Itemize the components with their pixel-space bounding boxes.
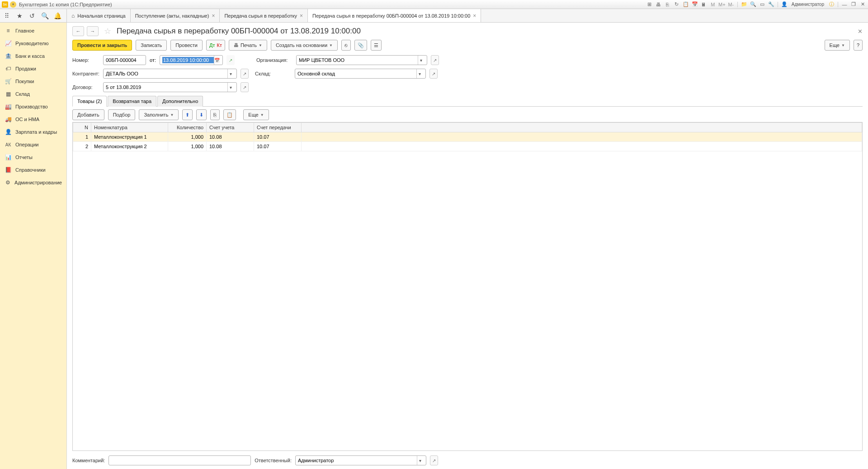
create-based-button[interactable]: Создать на основании▼ xyxy=(271,40,338,51)
tab-transfer-doc[interactable]: Передача сырья в переработку 00БП-000004… xyxy=(308,9,481,22)
table-row[interactable]: 2 Металлоконструкция 2 1,000 10.08 10.07 xyxy=(73,142,862,151)
tools-icon[interactable]: 🔧 xyxy=(768,1,775,8)
forward-button[interactable]: → xyxy=(87,26,99,36)
dropdown-icon[interactable]: ▾ xyxy=(417,456,424,465)
open-contract-button[interactable]: ↗ xyxy=(241,82,249,92)
table-row[interactable]: 1 Металлоконструкция 1 1,000 10.08 10.07 xyxy=(73,132,862,142)
attach-button[interactable]: 📎 xyxy=(354,40,367,51)
sidebar-item-main[interactable]: ≡Главное xyxy=(0,24,66,37)
notifications-icon[interactable]: 🔔 xyxy=(53,12,61,20)
header-transfer-account[interactable]: Счет передачи xyxy=(254,123,302,132)
history-icon[interactable]: ↺ xyxy=(28,12,36,20)
user-label[interactable]: Администратор xyxy=(792,2,824,7)
open-org-button[interactable]: ↗ xyxy=(431,55,439,65)
fill-button[interactable]: Заполнить▼ xyxy=(139,109,179,120)
tab-label: Поступление (акты, накладные) xyxy=(135,13,209,19)
close-icon[interactable]: × xyxy=(473,13,476,19)
info-icon[interactable]: ⓘ xyxy=(828,1,835,8)
calendar-icon[interactable]: 📅 xyxy=(691,1,698,8)
paste-button[interactable]: 📋 xyxy=(223,109,236,120)
sidebar-item-admin[interactable]: ⚙Администрирование xyxy=(0,176,66,189)
folder-icon[interactable]: 📁 xyxy=(741,1,748,8)
help-button[interactable]: ? xyxy=(854,40,863,51)
structure-button[interactable]: ⎋ xyxy=(341,40,351,51)
sidebar-item-warehouse[interactable]: ▦Склад xyxy=(0,88,66,100)
tab-additional[interactable]: Дополнительно xyxy=(157,96,203,107)
move-up-button[interactable]: ⬆ xyxy=(182,109,193,120)
zoom-icon[interactable]: 🔍 xyxy=(750,1,757,8)
grid-icon[interactable]: ⊞ xyxy=(646,1,653,8)
calc-icon[interactable]: 🖩 xyxy=(700,1,708,8)
sidebar-item-reports[interactable]: 📊Отчеты xyxy=(0,151,66,164)
close-icon[interactable]: × xyxy=(300,13,303,19)
sidebar-item-assets[interactable]: 🚚ОС и НМА xyxy=(0,113,66,126)
open-contractor-button[interactable]: ↗ xyxy=(241,69,249,79)
sidebar-item-production[interactable]: 🏭Производство xyxy=(0,100,66,113)
list-button[interactable]: ☰ xyxy=(371,40,382,51)
dropdown-icon[interactable]: ▾ xyxy=(227,83,234,92)
post-close-button[interactable]: Провести и закрыть xyxy=(72,40,132,51)
move-down-button[interactable]: ⬇ xyxy=(196,109,207,120)
post-button[interactable]: Провести xyxy=(170,40,203,51)
app-menu-icon[interactable]: ▾ xyxy=(10,1,16,8)
maximize-icon[interactable]: ❐ xyxy=(850,1,857,8)
header-n[interactable]: N xyxy=(73,123,91,132)
open-warehouse-button[interactable]: ↗ xyxy=(429,69,438,79)
star-icon[interactable]: ☆ xyxy=(104,26,111,36)
back-button[interactable]: ← xyxy=(72,26,84,36)
search-icon[interactable]: 🔍 xyxy=(41,12,49,20)
clipboard-icon[interactable]: 📋 xyxy=(682,1,689,8)
sidebar-item-manager[interactable]: 📈Руководителю xyxy=(0,37,66,50)
minimize-icon[interactable]: — xyxy=(841,1,848,8)
sidebar-item-catalogs[interactable]: 📕Справочники xyxy=(0,164,66,176)
sidebar-item-hr[interactable]: 👤Зарплата и кадры xyxy=(0,126,66,138)
production-icon: 🏭 xyxy=(5,103,12,110)
select-button[interactable]: Подбор xyxy=(108,109,136,120)
sidebar-item-bank[interactable]: 🏦Банк и касса xyxy=(0,50,66,62)
tab-returnable[interactable]: Возвратная тара xyxy=(108,96,156,107)
close-page-icon[interactable]: ✕ xyxy=(858,28,863,35)
apps-icon[interactable]: ⠿ xyxy=(3,12,11,20)
refresh-icon[interactable]: ↻ xyxy=(673,1,680,8)
print-icon[interactable]: 🖶 xyxy=(655,1,662,8)
more-button[interactable]: Еще▼ xyxy=(825,40,850,51)
save-button[interactable]: Записать xyxy=(136,40,167,51)
panel-icon[interactable]: ▭ xyxy=(759,1,766,8)
sidebar-item-sales[interactable]: 🏷Продажи xyxy=(0,62,66,75)
contract-field[interactable]: ▾ xyxy=(103,82,237,92)
dropdown-icon[interactable]: ▾ xyxy=(416,69,423,78)
comment-field[interactable] xyxy=(108,455,251,465)
close-window-icon[interactable]: ✕ xyxy=(859,1,866,8)
add-row-button[interactable]: Добавить xyxy=(72,109,104,120)
m-minus-icon[interactable]: M- xyxy=(727,1,735,8)
number-field[interactable] xyxy=(103,55,146,65)
dt-kt-button[interactable]: ДтКт xyxy=(206,40,225,51)
dropdown-icon[interactable]: ▾ xyxy=(418,56,425,65)
date-field[interactable]: 📅 xyxy=(160,55,223,65)
close-icon[interactable]: × xyxy=(212,13,215,19)
m-icon[interactable]: M xyxy=(709,1,717,8)
table-more-button[interactable]: Еще▼ xyxy=(243,109,269,120)
warehouse-field[interactable]: ▾ xyxy=(295,69,426,79)
org-field[interactable]: ▾ xyxy=(296,55,427,65)
m-plus-icon[interactable]: M+ xyxy=(718,1,726,8)
header-quantity[interactable]: Количество xyxy=(168,123,207,132)
print-button[interactable]: 🖶Печать▼ xyxy=(229,40,267,51)
sidebar-item-operations[interactable]: АКОперации xyxy=(0,138,66,151)
calendar-icon[interactable]: 📅 xyxy=(214,56,220,65)
header-nomenclature[interactable]: Номенклатура xyxy=(91,123,168,132)
post-indicator-icon[interactable]: ↗ xyxy=(226,55,235,65)
tab-transfer-list[interactable]: Передача сырья в переработку × xyxy=(220,9,308,22)
responsible-field[interactable]: ▾ xyxy=(295,455,426,465)
tab-receipts[interactable]: Поступление (акты, накладные) × xyxy=(131,9,220,22)
tab-goods[interactable]: Товары (2) xyxy=(72,96,107,107)
copy-button[interactable]: ⎘ xyxy=(210,109,220,120)
open-responsible-button[interactable]: ↗ xyxy=(430,455,438,465)
link-icon[interactable]: ⎘ xyxy=(664,1,671,8)
header-account[interactable]: Счет учета xyxy=(207,123,254,132)
dropdown-icon[interactable]: ▾ xyxy=(227,69,234,78)
contractor-field[interactable]: ▾ xyxy=(103,69,237,79)
favorite-icon[interactable]: ★ xyxy=(15,12,24,20)
tab-home[interactable]: ⌂ Начальная страница xyxy=(67,9,131,22)
sidebar-item-purchases[interactable]: 🛒Покупки xyxy=(0,75,66,88)
